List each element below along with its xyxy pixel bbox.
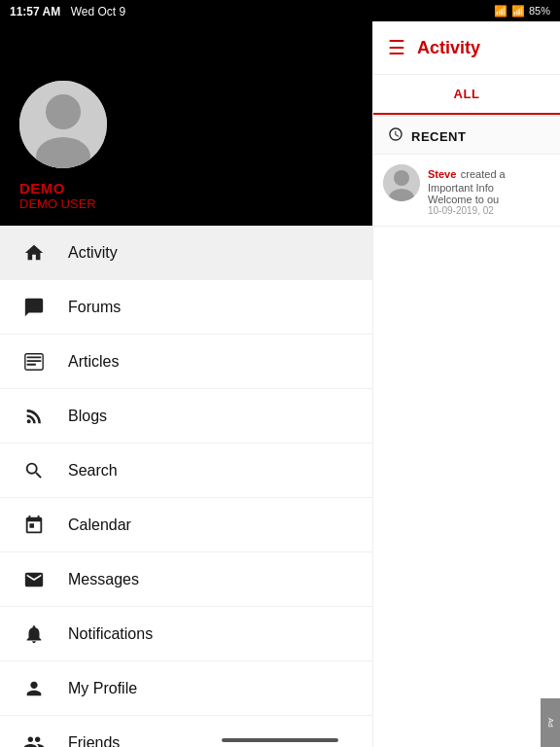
- blogs-icon: [19, 402, 49, 431]
- activity-preview: Welcome to ou: [428, 194, 550, 205]
- sidebar: DEMO DEMO USER Activity Forums: [0, 21, 372, 747]
- sidebar-item-search[interactable]: Search: [0, 444, 372, 498]
- hamburger-icon[interactable]: ☰: [388, 36, 405, 59]
- messages-label: Messages: [68, 571, 139, 588]
- activity-author-line: Steve created a: [428, 164, 550, 182]
- friends-icon: [19, 729, 49, 748]
- messages-icon: [19, 565, 49, 594]
- nav-menu: Activity Forums Articles: [0, 226, 372, 747]
- tabs-row: ALL: [373, 75, 560, 117]
- activity-content: Steve created a Important Info Welcome t…: [428, 164, 550, 216]
- right-panel-header: ☰ Activity: [373, 21, 560, 75]
- calendar-label: Calendar: [68, 516, 131, 534]
- status-icons: 📶 📶 85%: [494, 5, 550, 18]
- sidebar-item-myprofile[interactable]: My Profile: [0, 661, 372, 716]
- svg-point-5: [394, 170, 409, 186]
- activity-label: Activity: [68, 244, 118, 262]
- sidebar-item-articles[interactable]: Articles: [0, 335, 372, 389]
- search-icon: [19, 456, 49, 485]
- status-bar: 11:57 AM Wed Oct 9 📶 📶 85%: [0, 0, 560, 21]
- home-icon: [19, 238, 49, 267]
- sidebar-item-blogs[interactable]: Blogs: [0, 389, 372, 444]
- sidebar-item-forums[interactable]: Forums: [0, 280, 372, 335]
- battery-icon: 85%: [529, 5, 550, 17]
- sidebar-item-messages[interactable]: Messages: [0, 552, 372, 607]
- profile-icon: [19, 674, 49, 703]
- activity-author: Steve: [428, 168, 456, 180]
- home-indicator: [222, 738, 338, 742]
- ad-banner: Ad: [541, 698, 560, 747]
- svg-point-1: [46, 94, 81, 129]
- activity-avatar: [383, 164, 420, 201]
- blogs-label: Blogs: [68, 408, 107, 425]
- activity-date: 10-09-2019, 02: [428, 205, 550, 216]
- sidebar-item-calendar[interactable]: Calendar: [0, 498, 372, 552]
- sidebar-item-notifications[interactable]: Notifications: [0, 607, 372, 661]
- forums-label: Forums: [68, 299, 121, 316]
- ad-text: Ad: [546, 718, 555, 728]
- right-panel: ☰ Activity ALL RECENT Steve created a: [372, 21, 560, 747]
- tab-all[interactable]: ALL: [373, 75, 560, 115]
- friends-label: Friends: [68, 734, 120, 748]
- user-role: DEMO USER: [19, 196, 353, 211]
- sidebar-item-activity[interactable]: Activity: [0, 226, 372, 280]
- sidebar-profile: DEMO DEMO USER: [0, 21, 372, 226]
- forums-icon: [19, 293, 49, 322]
- recent-section: RECENT: [373, 117, 560, 155]
- sidebar-item-friends[interactable]: Friends: [0, 716, 372, 747]
- clock-icon: [388, 126, 403, 146]
- articles-label: Articles: [68, 353, 119, 371]
- activity-action: created a: [461, 168, 506, 180]
- right-panel-title: Activity: [417, 38, 480, 58]
- calendar-icon: [19, 511, 49, 540]
- activity-subject: Important Info: [428, 182, 550, 194]
- signal-icon: 📶: [494, 5, 508, 18]
- myprofile-label: My Profile: [68, 680, 137, 697]
- recent-label: RECENT: [411, 129, 466, 144]
- search-label: Search: [68, 462, 118, 480]
- notifications-icon: [19, 620, 49, 649]
- activity-item[interactable]: Steve created a Important Info Welcome t…: [373, 155, 560, 227]
- avatar: [19, 81, 107, 168]
- articles-icon: [19, 347, 49, 376]
- status-time: 11:57 AM Wed Oct 9: [10, 2, 125, 19]
- wifi-icon: 📶: [511, 5, 525, 18]
- user-name: DEMO: [19, 180, 353, 196]
- notifications-label: Notifications: [68, 625, 153, 643]
